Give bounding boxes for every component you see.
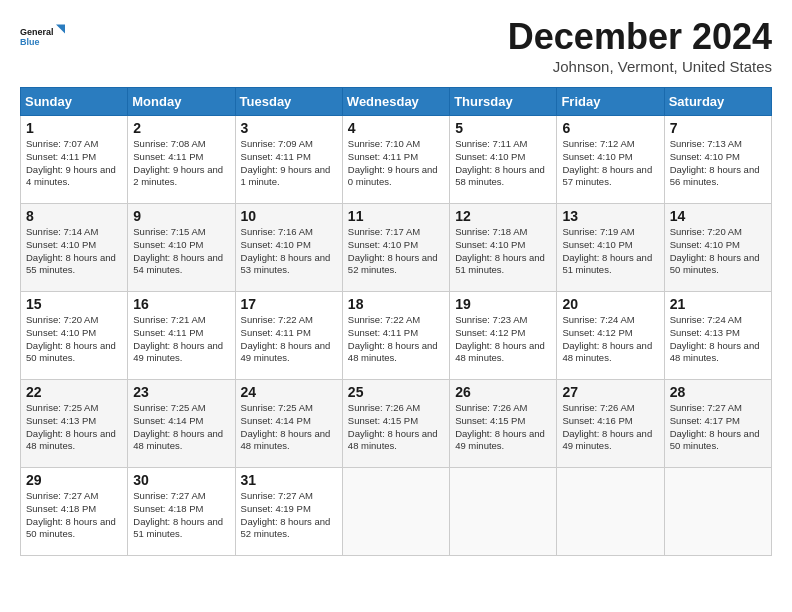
calendar-table: Sunday Monday Tuesday Wednesday Thursday… <box>20 87 772 556</box>
calendar-subtitle: Johnson, Vermont, United States <box>508 58 772 75</box>
day-number: 20 <box>562 296 658 312</box>
title-area: December 2024 Johnson, Vermont, United S… <box>508 16 772 75</box>
cell-info: Sunrise: 7:25 AMSunset: 4:14 PMDaylight:… <box>241 402 331 451</box>
table-row <box>450 468 557 556</box>
table-row: 6Sunrise: 7:12 AMSunset: 4:10 PMDaylight… <box>557 116 664 204</box>
cell-info: Sunrise: 7:27 AMSunset: 4:18 PMDaylight:… <box>133 490 223 539</box>
day-number: 12 <box>455 208 551 224</box>
cell-info: Sunrise: 7:26 AMSunset: 4:16 PMDaylight:… <box>562 402 652 451</box>
cell-info: Sunrise: 7:25 AMSunset: 4:14 PMDaylight:… <box>133 402 223 451</box>
table-row: 12Sunrise: 7:18 AMSunset: 4:10 PMDayligh… <box>450 204 557 292</box>
day-number: 14 <box>670 208 766 224</box>
day-number: 31 <box>241 472 337 488</box>
calendar-header-row: Sunday Monday Tuesday Wednesday Thursday… <box>21 88 772 116</box>
page-header: General Blue December 2024 Johnson, Verm… <box>20 16 772 75</box>
day-number: 8 <box>26 208 122 224</box>
day-number: 30 <box>133 472 229 488</box>
cell-info: Sunrise: 7:15 AMSunset: 4:10 PMDaylight:… <box>133 226 223 275</box>
day-number: 15 <box>26 296 122 312</box>
day-number: 29 <box>26 472 122 488</box>
day-number: 22 <box>26 384 122 400</box>
cell-info: Sunrise: 7:23 AMSunset: 4:12 PMDaylight:… <box>455 314 545 363</box>
calendar-week-row: 22Sunrise: 7:25 AMSunset: 4:13 PMDayligh… <box>21 380 772 468</box>
cell-info: Sunrise: 7:13 AMSunset: 4:10 PMDaylight:… <box>670 138 760 187</box>
table-row: 25Sunrise: 7:26 AMSunset: 4:15 PMDayligh… <box>342 380 449 468</box>
day-number: 2 <box>133 120 229 136</box>
day-number: 21 <box>670 296 766 312</box>
day-number: 16 <box>133 296 229 312</box>
day-number: 4 <box>348 120 444 136</box>
day-number: 10 <box>241 208 337 224</box>
day-number: 9 <box>133 208 229 224</box>
cell-info: Sunrise: 7:18 AMSunset: 4:10 PMDaylight:… <box>455 226 545 275</box>
svg-text:General: General <box>20 27 54 37</box>
table-row: 19Sunrise: 7:23 AMSunset: 4:12 PMDayligh… <box>450 292 557 380</box>
table-row: 7Sunrise: 7:13 AMSunset: 4:10 PMDaylight… <box>664 116 771 204</box>
table-row: 15Sunrise: 7:20 AMSunset: 4:10 PMDayligh… <box>21 292 128 380</box>
day-number: 19 <box>455 296 551 312</box>
day-number: 11 <box>348 208 444 224</box>
table-row <box>342 468 449 556</box>
cell-info: Sunrise: 7:27 AMSunset: 4:17 PMDaylight:… <box>670 402 760 451</box>
table-row: 16Sunrise: 7:21 AMSunset: 4:11 PMDayligh… <box>128 292 235 380</box>
cell-info: Sunrise: 7:26 AMSunset: 4:15 PMDaylight:… <box>455 402 545 451</box>
day-number: 13 <box>562 208 658 224</box>
table-row: 11Sunrise: 7:17 AMSunset: 4:10 PMDayligh… <box>342 204 449 292</box>
header-wednesday: Wednesday <box>342 88 449 116</box>
cell-info: Sunrise: 7:08 AMSunset: 4:11 PMDaylight:… <box>133 138 223 187</box>
cell-info: Sunrise: 7:11 AMSunset: 4:10 PMDaylight:… <box>455 138 545 187</box>
day-number: 27 <box>562 384 658 400</box>
table-row: 28Sunrise: 7:27 AMSunset: 4:17 PMDayligh… <box>664 380 771 468</box>
calendar-title: December 2024 <box>508 16 772 58</box>
cell-info: Sunrise: 7:22 AMSunset: 4:11 PMDaylight:… <box>348 314 438 363</box>
calendar-week-row: 1Sunrise: 7:07 AMSunset: 4:11 PMDaylight… <box>21 116 772 204</box>
day-number: 5 <box>455 120 551 136</box>
day-number: 18 <box>348 296 444 312</box>
day-number: 1 <box>26 120 122 136</box>
cell-info: Sunrise: 7:21 AMSunset: 4:11 PMDaylight:… <box>133 314 223 363</box>
day-number: 3 <box>241 120 337 136</box>
day-number: 24 <box>241 384 337 400</box>
cell-info: Sunrise: 7:12 AMSunset: 4:10 PMDaylight:… <box>562 138 652 187</box>
cell-info: Sunrise: 7:24 AMSunset: 4:13 PMDaylight:… <box>670 314 760 363</box>
table-row: 22Sunrise: 7:25 AMSunset: 4:13 PMDayligh… <box>21 380 128 468</box>
table-row: 21Sunrise: 7:24 AMSunset: 4:13 PMDayligh… <box>664 292 771 380</box>
table-row: 8Sunrise: 7:14 AMSunset: 4:10 PMDaylight… <box>21 204 128 292</box>
table-row: 4Sunrise: 7:10 AMSunset: 4:11 PMDaylight… <box>342 116 449 204</box>
table-row <box>664 468 771 556</box>
table-row: 23Sunrise: 7:25 AMSunset: 4:14 PMDayligh… <box>128 380 235 468</box>
cell-info: Sunrise: 7:10 AMSunset: 4:11 PMDaylight:… <box>348 138 438 187</box>
table-row: 10Sunrise: 7:16 AMSunset: 4:10 PMDayligh… <box>235 204 342 292</box>
cell-info: Sunrise: 7:20 AMSunset: 4:10 PMDaylight:… <box>26 314 116 363</box>
calendar-week-row: 29Sunrise: 7:27 AMSunset: 4:18 PMDayligh… <box>21 468 772 556</box>
cell-info: Sunrise: 7:26 AMSunset: 4:15 PMDaylight:… <box>348 402 438 451</box>
table-row: 2Sunrise: 7:08 AMSunset: 4:11 PMDaylight… <box>128 116 235 204</box>
cell-info: Sunrise: 7:07 AMSunset: 4:11 PMDaylight:… <box>26 138 116 187</box>
calendar-week-row: 15Sunrise: 7:20 AMSunset: 4:10 PMDayligh… <box>21 292 772 380</box>
cell-info: Sunrise: 7:24 AMSunset: 4:12 PMDaylight:… <box>562 314 652 363</box>
svg-marker-2 <box>56 25 65 34</box>
table-row: 3Sunrise: 7:09 AMSunset: 4:11 PMDaylight… <box>235 116 342 204</box>
cell-info: Sunrise: 7:09 AMSunset: 4:11 PMDaylight:… <box>241 138 331 187</box>
table-row: 30Sunrise: 7:27 AMSunset: 4:18 PMDayligh… <box>128 468 235 556</box>
table-row: 17Sunrise: 7:22 AMSunset: 4:11 PMDayligh… <box>235 292 342 380</box>
table-row: 9Sunrise: 7:15 AMSunset: 4:10 PMDaylight… <box>128 204 235 292</box>
header-saturday: Saturday <box>664 88 771 116</box>
cell-info: Sunrise: 7:22 AMSunset: 4:11 PMDaylight:… <box>241 314 331 363</box>
table-row: 26Sunrise: 7:26 AMSunset: 4:15 PMDayligh… <box>450 380 557 468</box>
cell-info: Sunrise: 7:14 AMSunset: 4:10 PMDaylight:… <box>26 226 116 275</box>
cell-info: Sunrise: 7:19 AMSunset: 4:10 PMDaylight:… <box>562 226 652 275</box>
logo-svg: General Blue <box>20 16 65 58</box>
day-number: 6 <box>562 120 658 136</box>
table-row: 14Sunrise: 7:20 AMSunset: 4:10 PMDayligh… <box>664 204 771 292</box>
day-number: 25 <box>348 384 444 400</box>
cell-info: Sunrise: 7:17 AMSunset: 4:10 PMDaylight:… <box>348 226 438 275</box>
table-row: 20Sunrise: 7:24 AMSunset: 4:12 PMDayligh… <box>557 292 664 380</box>
day-number: 17 <box>241 296 337 312</box>
table-row: 13Sunrise: 7:19 AMSunset: 4:10 PMDayligh… <box>557 204 664 292</box>
table-row: 29Sunrise: 7:27 AMSunset: 4:18 PMDayligh… <box>21 468 128 556</box>
table-row: 24Sunrise: 7:25 AMSunset: 4:14 PMDayligh… <box>235 380 342 468</box>
cell-info: Sunrise: 7:16 AMSunset: 4:10 PMDaylight:… <box>241 226 331 275</box>
table-row: 31Sunrise: 7:27 AMSunset: 4:19 PMDayligh… <box>235 468 342 556</box>
table-row: 1Sunrise: 7:07 AMSunset: 4:11 PMDaylight… <box>21 116 128 204</box>
